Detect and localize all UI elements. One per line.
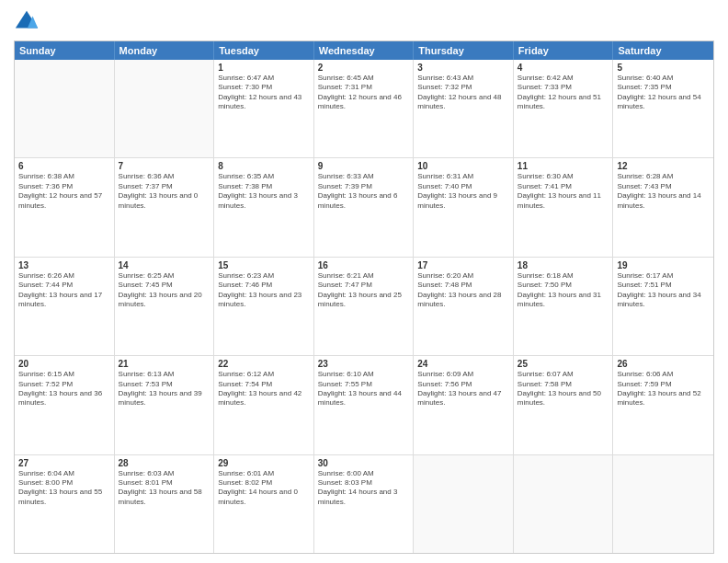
day-number: 10 xyxy=(417,161,509,171)
day-number: 16 xyxy=(318,260,410,270)
cal-cell-3-2: 14Sunrise: 6:25 AM Sunset: 7:45 PM Dayli… xyxy=(115,258,215,355)
day-info: Sunrise: 6:01 AM Sunset: 8:02 PM Dayligh… xyxy=(218,469,310,508)
cal-cell-2-5: 10Sunrise: 6:31 AM Sunset: 7:40 PM Dayli… xyxy=(414,158,514,256)
cal-cell-1-3: 1Sunrise: 6:47 AM Sunset: 7:30 PM Daylig… xyxy=(214,60,314,157)
cal-cell-5-4: 30Sunrise: 6:00 AM Sunset: 8:03 PM Dayli… xyxy=(314,455,415,553)
day-number: 11 xyxy=(518,161,609,171)
calendar-row-2: 6Sunrise: 6:38 AM Sunset: 7:36 PM Daylig… xyxy=(15,157,713,256)
day-number: 4 xyxy=(518,63,609,73)
calendar-row-5: 27Sunrise: 6:04 AM Sunset: 8:00 PM Dayli… xyxy=(15,454,713,553)
day-info: Sunrise: 6:07 AM Sunset: 7:58 PM Dayligh… xyxy=(518,370,609,408)
day-number: 21 xyxy=(119,359,210,369)
header-day-monday: Monday xyxy=(115,41,215,60)
day-info: Sunrise: 6:38 AM Sunset: 7:36 PM Dayligh… xyxy=(18,172,110,211)
cal-cell-4-1: 20Sunrise: 6:15 AM Sunset: 7:52 PM Dayli… xyxy=(15,356,115,454)
header xyxy=(14,9,714,35)
day-info: Sunrise: 6:36 AM Sunset: 7:37 PM Dayligh… xyxy=(119,172,210,211)
cal-cell-3-5: 17Sunrise: 6:20 AM Sunset: 7:48 PM Dayli… xyxy=(414,258,514,355)
cal-cell-5-1: 27Sunrise: 6:04 AM Sunset: 8:00 PM Dayli… xyxy=(15,455,115,553)
day-info: Sunrise: 6:12 AM Sunset: 7:54 PM Dayligh… xyxy=(218,370,310,408)
header-day-friday: Friday xyxy=(514,41,614,60)
logo xyxy=(14,9,43,35)
day-number: 19 xyxy=(617,260,710,270)
day-number: 18 xyxy=(518,260,609,270)
header-day-tuesday: Tuesday xyxy=(214,41,314,60)
day-number: 6 xyxy=(18,161,110,171)
cal-cell-5-6 xyxy=(514,455,614,553)
day-number: 30 xyxy=(318,458,410,468)
day-info: Sunrise: 6:17 AM Sunset: 7:51 PM Dayligh… xyxy=(617,271,710,310)
day-info: Sunrise: 6:30 AM Sunset: 7:41 PM Dayligh… xyxy=(518,172,609,211)
cal-cell-2-4: 9Sunrise: 6:33 AM Sunset: 7:39 PM Daylig… xyxy=(314,158,415,256)
day-info: Sunrise: 6:42 AM Sunset: 7:33 PM Dayligh… xyxy=(518,74,609,112)
calendar-body: 1Sunrise: 6:47 AM Sunset: 7:30 PM Daylig… xyxy=(15,60,713,553)
calendar-row-4: 20Sunrise: 6:15 AM Sunset: 7:52 PM Dayli… xyxy=(15,355,713,454)
cal-cell-2-1: 6Sunrise: 6:38 AM Sunset: 7:36 PM Daylig… xyxy=(15,158,115,256)
cal-cell-3-7: 19Sunrise: 6:17 AM Sunset: 7:51 PM Dayli… xyxy=(613,258,713,355)
day-number: 1 xyxy=(218,63,310,73)
day-number: 27 xyxy=(18,458,110,468)
day-number: 7 xyxy=(119,161,210,171)
day-info: Sunrise: 6:26 AM Sunset: 7:44 PM Dayligh… xyxy=(18,271,110,310)
header-day-sunday: Sunday xyxy=(15,41,115,60)
day-number: 25 xyxy=(518,359,609,369)
cal-cell-3-6: 18Sunrise: 6:18 AM Sunset: 7:50 PM Dayli… xyxy=(514,258,614,355)
day-info: Sunrise: 6:45 AM Sunset: 7:31 PM Dayligh… xyxy=(318,74,410,112)
day-info: Sunrise: 6:33 AM Sunset: 7:39 PM Dayligh… xyxy=(318,172,410,211)
day-number: 15 xyxy=(218,260,310,270)
day-info: Sunrise: 6:10 AM Sunset: 7:55 PM Dayligh… xyxy=(318,370,410,408)
page: SundayMondayTuesdayWednesdayThursdayFrid… xyxy=(0,0,728,563)
cal-cell-1-1 xyxy=(15,60,115,157)
cal-cell-1-2 xyxy=(115,60,215,157)
day-info: Sunrise: 6:13 AM Sunset: 7:53 PM Dayligh… xyxy=(119,370,210,408)
cal-cell-4-7: 26Sunrise: 6:06 AM Sunset: 7:59 PM Dayli… xyxy=(613,356,713,454)
day-info: Sunrise: 6:23 AM Sunset: 7:46 PM Dayligh… xyxy=(218,271,310,310)
day-info: Sunrise: 6:28 AM Sunset: 7:43 PM Dayligh… xyxy=(617,172,710,211)
day-number: 23 xyxy=(318,359,410,369)
day-number: 13 xyxy=(18,260,110,270)
day-number: 8 xyxy=(218,161,310,171)
cal-cell-1-6: 4Sunrise: 6:42 AM Sunset: 7:33 PM Daylig… xyxy=(514,60,614,157)
cal-cell-2-6: 11Sunrise: 6:30 AM Sunset: 7:41 PM Dayli… xyxy=(514,158,614,256)
day-info: Sunrise: 6:47 AM Sunset: 7:30 PM Dayligh… xyxy=(218,74,310,112)
cal-cell-2-7: 12Sunrise: 6:28 AM Sunset: 7:43 PM Dayli… xyxy=(613,158,713,256)
day-info: Sunrise: 6:31 AM Sunset: 7:40 PM Dayligh… xyxy=(417,172,509,211)
cal-cell-1-7: 5Sunrise: 6:40 AM Sunset: 7:35 PM Daylig… xyxy=(613,60,713,157)
day-info: Sunrise: 6:18 AM Sunset: 7:50 PM Dayligh… xyxy=(518,271,609,310)
cal-cell-4-4: 23Sunrise: 6:10 AM Sunset: 7:55 PM Dayli… xyxy=(314,356,415,454)
day-info: Sunrise: 6:00 AM Sunset: 8:03 PM Dayligh… xyxy=(318,469,410,508)
day-number: 3 xyxy=(417,63,509,73)
cal-cell-5-7 xyxy=(613,455,713,553)
calendar: SundayMondayTuesdayWednesdayThursdayFrid… xyxy=(14,40,714,554)
day-number: 28 xyxy=(119,458,210,468)
day-info: Sunrise: 6:20 AM Sunset: 7:48 PM Dayligh… xyxy=(417,271,509,310)
logo-icon xyxy=(14,9,40,35)
cal-cell-5-2: 28Sunrise: 6:03 AM Sunset: 8:01 PM Dayli… xyxy=(115,455,215,553)
cal-cell-3-3: 15Sunrise: 6:23 AM Sunset: 7:46 PM Dayli… xyxy=(214,258,314,355)
cal-cell-3-4: 16Sunrise: 6:21 AM Sunset: 7:47 PM Dayli… xyxy=(314,258,415,355)
cal-cell-2-3: 8Sunrise: 6:35 AM Sunset: 7:38 PM Daylig… xyxy=(214,158,314,256)
day-info: Sunrise: 6:06 AM Sunset: 7:59 PM Dayligh… xyxy=(617,370,710,408)
day-info: Sunrise: 6:03 AM Sunset: 8:01 PM Dayligh… xyxy=(119,469,210,508)
day-number: 22 xyxy=(218,359,310,369)
cal-cell-4-5: 24Sunrise: 6:09 AM Sunset: 7:56 PM Dayli… xyxy=(414,356,514,454)
day-number: 29 xyxy=(218,458,310,468)
day-number: 14 xyxy=(119,260,210,270)
header-day-saturday: Saturday xyxy=(613,41,713,60)
cal-cell-4-3: 22Sunrise: 6:12 AM Sunset: 7:54 PM Dayli… xyxy=(214,356,314,454)
cal-cell-1-4: 2Sunrise: 6:45 AM Sunset: 7:31 PM Daylig… xyxy=(314,60,415,157)
day-number: 12 xyxy=(617,161,710,171)
cal-cell-5-3: 29Sunrise: 6:01 AM Sunset: 8:02 PM Dayli… xyxy=(214,455,314,553)
day-info: Sunrise: 6:04 AM Sunset: 8:00 PM Dayligh… xyxy=(18,469,110,508)
day-number: 9 xyxy=(318,161,410,171)
day-info: Sunrise: 6:09 AM Sunset: 7:56 PM Dayligh… xyxy=(417,370,509,408)
header-day-wednesday: Wednesday xyxy=(314,41,415,60)
day-number: 17 xyxy=(417,260,509,270)
day-number: 20 xyxy=(18,359,110,369)
day-number: 2 xyxy=(318,63,410,73)
day-info: Sunrise: 6:21 AM Sunset: 7:47 PM Dayligh… xyxy=(318,271,410,310)
cal-cell-4-2: 21Sunrise: 6:13 AM Sunset: 7:53 PM Dayli… xyxy=(115,356,215,454)
day-info: Sunrise: 6:25 AM Sunset: 7:45 PM Dayligh… xyxy=(119,271,210,310)
cal-cell-2-2: 7Sunrise: 6:36 AM Sunset: 7:37 PM Daylig… xyxy=(115,158,215,256)
day-info: Sunrise: 6:43 AM Sunset: 7:32 PM Dayligh… xyxy=(417,74,509,112)
